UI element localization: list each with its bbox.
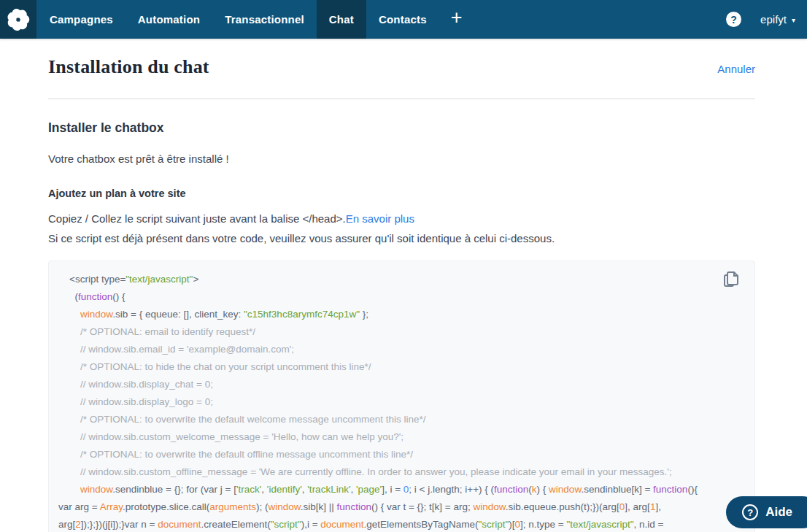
code-line: // window.sib.custom_offline_message = '… — [58, 463, 721, 481]
code-line: // window.sib.display_chat = 0; — [58, 376, 721, 393]
code-snippet-box: <script type="text/javascript"> (functio… — [48, 261, 755, 532]
copy-icon — [722, 270, 740, 289]
page-header: Installation du chat Annuler — [48, 39, 755, 78]
section-heading: Installer le chatbox — [48, 120, 755, 136]
code-line: /* OPTIONAL: to overwrite the default of… — [58, 446, 721, 463]
learn-more-link[interactable]: En savoir plus — [346, 212, 414, 225]
aide-label: Aide — [765, 505, 792, 520]
question-circle-icon: ? — [742, 504, 758, 520]
add-app-button[interactable]: + — [439, 0, 474, 39]
code-line: arg[2]);};})(j[i]);}var n = document.cre… — [58, 516, 721, 532]
account-name: epifyt — [760, 13, 787, 26]
header-divider — [48, 99, 755, 99]
page-title: Installation du chat — [48, 56, 209, 78]
aide-help-button[interactable]: ? Aide — [726, 496, 807, 528]
brand-logo[interactable] — [0, 0, 36, 39]
cancel-link[interactable]: Annuler — [717, 63, 755, 75]
code-line: (function() { — [58, 288, 721, 306]
code-lines: <script type="text/javascript"> (functio… — [58, 271, 721, 532]
code-line: window.sib = { equeue: [], client_key: "… — [58, 306, 721, 323]
chevron-down-icon: ▾ — [792, 16, 795, 24]
code-line: <script type="text/javascript"> — [58, 271, 721, 288]
code-line: // window.sib.email_id = 'example@domain… — [58, 341, 721, 358]
nav-item-chat[interactable]: Chat — [317, 0, 366, 39]
navbar-right: ? epifyt ▾ — [726, 0, 807, 39]
copy-code-button[interactable] — [722, 270, 740, 289]
chatbox-ready-text: Votre chatbox est prêt à être installé ! — [48, 153, 755, 165]
code-line: window.sendinblue = {}; for (var j = ['t… — [58, 481, 721, 498]
instructions: Copiez / Collez le script suivant juste … — [48, 209, 755, 248]
nav-items: CampagnesAutomationTransactionnelChatCon… — [37, 0, 439, 39]
code-line: /* OPTIONAL: to overwrite the default we… — [58, 411, 721, 428]
step-heading: Ajoutez un plan à votre site — [48, 188, 755, 199]
top-navbar: CampagnesAutomationTransactionnelChatCon… — [0, 0, 807, 39]
nav-item-automation[interactable]: Automation — [126, 0, 212, 39]
code-line: // window.sib.display_logo = 0; — [58, 393, 721, 411]
code-line: /* OPTIONAL: email to identify request*/ — [58, 323, 721, 341]
help-icon[interactable]: ? — [726, 12, 741, 27]
main-content: Installation du chat Annuler Installer l… — [48, 39, 755, 532]
instruction-line1: Copiez / Collez le script suivant juste … — [48, 212, 346, 225]
sendinblue-flower-icon — [6, 7, 31, 32]
account-menu[interactable]: epifyt ▾ — [760, 13, 795, 26]
code-line: /* OPTIONAL: to hide the chat on your sc… — [58, 358, 721, 376]
nav-item-campagnes[interactable]: Campagnes — [37, 0, 126, 39]
nav-item-contacts[interactable]: Contacts — [366, 0, 439, 39]
nav-item-transactionnel[interactable]: Transactionnel — [212, 0, 317, 39]
instruction-line2: Si ce script est déjà présent dans votre… — [48, 228, 755, 248]
code-line: var arg = Array.prototype.slice.call(arg… — [58, 498, 721, 516]
code-line: // window.sib.custom_welcome_message = '… — [58, 428, 721, 446]
